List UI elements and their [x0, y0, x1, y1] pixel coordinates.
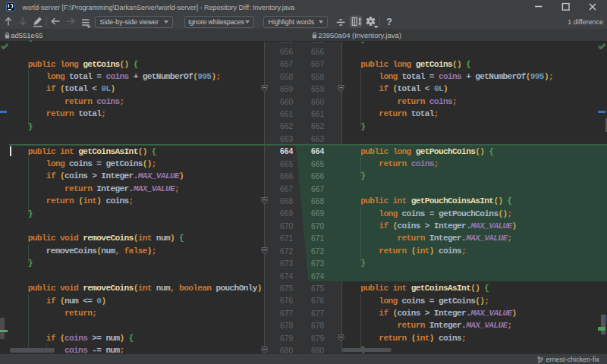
svg-text:?: ?: [386, 16, 392, 27]
